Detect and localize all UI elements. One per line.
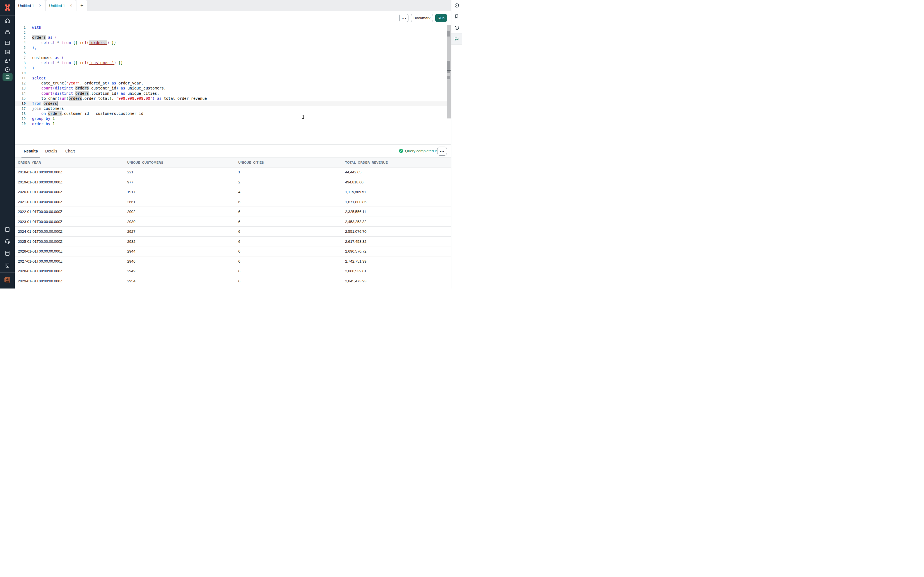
- tab-results[interactable]: Results: [21, 145, 40, 157]
- code-line-3[interactable]: 3orders as (: [15, 35, 451, 40]
- tab-chart[interactable]: Chart: [64, 145, 76, 157]
- code-line-12[interactable]: 12date_trunc('year', ordered_at) as orde…: [15, 81, 451, 85]
- table-row[interactable]: 2020-01-01T00:00:00.000Z191741,115,869.5…: [15, 187, 451, 197]
- line-content: orders as (: [26, 35, 57, 40]
- code-line-9[interactable]: 9): [15, 66, 451, 71]
- code-line-17[interactable]: 17join customers: [15, 106, 451, 111]
- code-token: (: [55, 35, 57, 40]
- table-row[interactable]: 2024-01-01T00:00:00.000Z292762,551,076.7…: [15, 227, 451, 237]
- sidebar-item-home[interactable]: [0, 18, 15, 24]
- tab-details[interactable]: Details: [44, 145, 58, 157]
- table-row[interactable]: 2023-01-01T00:00:00.000Z293062,453,253.3…: [15, 217, 451, 227]
- close-icon[interactable]: [69, 3, 73, 8]
- code-token: unique_cities,: [128, 91, 159, 96]
- results-tabbar: Results Details Chart Query completed in…: [15, 145, 451, 158]
- line-number: 19: [15, 116, 26, 121]
- table-cell: 2879: [127, 286, 135, 288]
- sidebar-item-apps[interactable]: [0, 40, 15, 46]
- code-line-4[interactable]: 4select * from {{ ref('orders') }}: [15, 40, 451, 45]
- sidebar-item-docs[interactable]: [0, 250, 15, 256]
- more-options-button[interactable]: [399, 14, 409, 22]
- code-line-1[interactable]: 1with: [15, 25, 451, 30]
- code-token: '999,999,999.00': [116, 96, 152, 101]
- table-cell: 1,115,869.51: [345, 187, 366, 197]
- code-line-15[interactable]: 15to_char(sum(orders.order_total), '999,…: [15, 96, 451, 101]
- user-avatar[interactable]: [0, 277, 15, 283]
- code-token: count: [41, 91, 53, 96]
- code-line-13[interactable]: 13count(distinct orders.customer_id) as …: [15, 85, 451, 90]
- code-line-20[interactable]: 20order by 1: [15, 121, 451, 126]
- sidebar-item-organization[interactable]: [0, 262, 15, 268]
- table-row[interactable]: 2018-01-01T00:00:00.000Z221144,442.65: [15, 167, 451, 177]
- code-line-16[interactable]: 16from orders: [15, 101, 451, 106]
- sidebar-item-explore[interactable]: [0, 66, 15, 73]
- table-cell: 6: [238, 237, 240, 247]
- table-row[interactable]: 2027-01-01T00:00:00.000Z294662,742,751.3…: [15, 256, 451, 266]
- code-line-11[interactable]: 11select: [15, 76, 451, 81]
- table-cell: 2930: [127, 217, 135, 227]
- code-token: distinct: [55, 91, 73, 96]
- table-row[interactable]: 2022-01-01T00:00:00.000Z290262,325,556.1…: [15, 207, 451, 217]
- tool-history[interactable]: [451, 24, 462, 31]
- sidebar-item-computer-active[interactable]: [0, 73, 15, 81]
- code-line-2[interactable]: 2: [15, 30, 451, 35]
- run-button[interactable]: Run: [435, 14, 447, 22]
- new-tab-button[interactable]: [76, 0, 87, 11]
- sql-editor[interactable]: 1with23orders as (4select * from {{ ref(…: [15, 25, 451, 144]
- bookmark-button[interactable]: Bookmark: [411, 14, 433, 22]
- table-row[interactable]: 2025-01-01T00:00:00.000Z293262,617,453.3…: [15, 237, 451, 247]
- code-token: ),: [32, 45, 37, 50]
- table-row[interactable]: 2026-01-01T00:00:00.000Z294462,690,570.7…: [15, 247, 451, 256]
- table-row[interactable]: 2019-01-01T00:00:00.000Z9772494,818.00: [15, 177, 451, 187]
- code-token: [162, 96, 164, 101]
- code-token: orders: [69, 96, 82, 101]
- line-content: date_trunc('year', ordered_at) as order_…: [26, 81, 144, 85]
- code-line-8[interactable]: 8select * from {{ ref('customers') }}: [15, 60, 451, 65]
- code-token: select: [41, 61, 55, 65]
- table-cell: 6: [238, 276, 240, 286]
- code-line-19[interactable]: 19group by 1: [15, 116, 451, 121]
- line-number: 4: [15, 40, 26, 45]
- rail-divider: [0, 15, 15, 16]
- code-token: from: [61, 40, 71, 45]
- code-line-10[interactable]: 10: [15, 71, 451, 76]
- sidebar-item-components[interactable]: [0, 58, 15, 64]
- line-number: 16: [15, 101, 26, 105]
- table-row[interactable]: 2028-01-01T00:00:00.000Z294962,808,539.0…: [15, 266, 451, 276]
- table-row[interactable]: 2029-01-01T00:00:00.000Z295462,845,473.9…: [15, 276, 451, 286]
- sidebar-item-projects[interactable]: [0, 29, 15, 35]
- scrollbar-mark: [447, 31, 450, 37]
- code-token: ,: [111, 96, 116, 101]
- code-line-5[interactable]: 5),: [15, 45, 451, 50]
- table-row[interactable]: 2030-01-01T00:00:00.000Z287961,841,049.3…: [15, 286, 451, 288]
- results-more-button[interactable]: [437, 147, 447, 156]
- code-line-18[interactable]: 18on orders.customer_id = customers.cust…: [15, 111, 451, 116]
- tool-bookmarks[interactable]: [451, 13, 462, 19]
- line-number: 10: [15, 71, 26, 75]
- sidebar-item-support[interactable]: [0, 238, 15, 244]
- document-tab-1[interactable]: Untitled 1: [15, 0, 45, 11]
- line-content: ),: [26, 45, 37, 50]
- code-line-14[interactable]: 14count(distinct orders.location_id) as …: [15, 90, 451, 96]
- line-number: 5: [15, 45, 26, 50]
- code-lines: 1with23orders as (4select * from {{ ref(…: [15, 25, 451, 126]
- close-icon[interactable]: [38, 3, 42, 8]
- hex-logo-icon[interactable]: [0, 3, 15, 11]
- sidebar-item-code[interactable]: [0, 49, 15, 55]
- code-line-7[interactable]: 7customers as (: [15, 55, 451, 60]
- code-token: (: [53, 91, 55, 96]
- sidebar-item-notes[interactable]: [0, 226, 15, 232]
- code-token: [118, 91, 121, 96]
- tool-explore[interactable]: [451, 2, 462, 8]
- table-cell: 1,841,049.32: [345, 286, 366, 288]
- code-token: ): [107, 40, 109, 45]
- document-tab-2[interactable]: Untitled 1: [45, 0, 76, 11]
- code-line-6[interactable]: 6: [15, 50, 451, 55]
- table-cell: 2019-01-01T00:00:00.000Z: [18, 177, 63, 187]
- book-icon: [5, 250, 10, 256]
- tool-magic-chat[interactable]: [451, 35, 462, 42]
- table-row[interactable]: 2021-01-01T00:00:00.000Z266161,871,800.8…: [15, 197, 451, 207]
- line-content: order by 1: [26, 121, 55, 126]
- editor-scrollbar[interactable]: [447, 25, 451, 118]
- code-token: as: [157, 96, 162, 101]
